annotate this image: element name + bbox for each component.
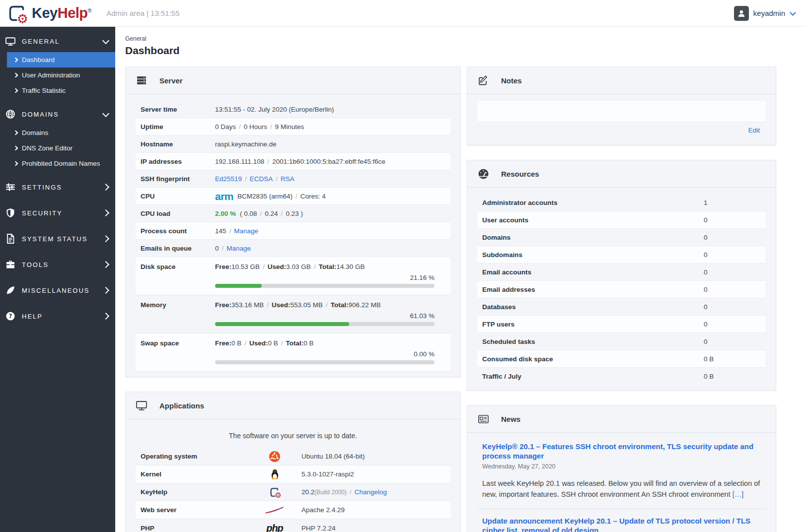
ed25519-link[interactable]: Ed25519 bbox=[215, 175, 242, 183]
sidebar-item-prohibited-domain-names[interactable]: Prohibited Domain Names bbox=[7, 156, 115, 171]
software-uptodate-status: The software on your server is up to dat… bbox=[136, 426, 450, 448]
news-title-link[interactable]: Update announcement KeyHelp 20.1 – Updat… bbox=[482, 517, 761, 532]
administrator-accounts-label: Administrator accounts bbox=[482, 199, 704, 206]
sidebar-section-help[interactable]: ?HELP bbox=[0, 305, 115, 327]
server-time-value-text: 13:51:55 - 02. July 2020 (Europe/Berlin) bbox=[215, 106, 334, 113]
resource-row-subdomains: Subdomains0 bbox=[477, 246, 766, 264]
ip-addresses-value-text: 192.168.111.108 bbox=[215, 158, 264, 165]
news-title-link[interactable]: KeyHelp® 20.1 – Features SSH chroot envi… bbox=[482, 442, 761, 461]
kernel-label: Kernel bbox=[141, 470, 260, 478]
value-separator: / bbox=[278, 339, 286, 347]
keyhelp-icon: ⚙ bbox=[260, 487, 290, 498]
disk-space-value-text: Total: bbox=[319, 263, 337, 270]
emails-in-queue-value-text: 0 bbox=[215, 245, 219, 252]
web-server-value-text: Apache 2.4.29 bbox=[301, 506, 345, 514]
disk-space-percent: 21.16 % bbox=[141, 272, 445, 284]
manage-link[interactable]: Manage bbox=[226, 245, 251, 252]
chevron-right-icon bbox=[102, 184, 109, 191]
sidebar-section-miscellaneous[interactable]: MISCELLANEOUS bbox=[0, 279, 115, 301]
swap-space-value-text: 0 B bbox=[231, 339, 241, 347]
ip-addresses-row: IP addresses192.168.111.108 / 2001:1b60:… bbox=[136, 153, 450, 170]
shield-icon bbox=[5, 208, 16, 218]
disk-space-value-text: Free: bbox=[215, 263, 231, 270]
value-separator: / bbox=[264, 158, 272, 165]
hostname-value-text: raspi.keymachine.de bbox=[215, 140, 277, 148]
ftp-users-value: 0 bbox=[704, 321, 761, 328]
sidebar-section-system-status[interactable]: SYSTEM STATUS bbox=[0, 228, 115, 250]
traffic-july-label: Traffic / July bbox=[482, 373, 704, 380]
disk-space-value-text: 10.53 GB bbox=[231, 263, 260, 270]
user-accounts-value: 0 bbox=[704, 216, 761, 224]
traffic-july-value: 0 B bbox=[704, 373, 761, 380]
breadcrumb: General bbox=[125, 35, 806, 42]
sidebar-section-settings[interactable]: SETTINGS bbox=[0, 176, 115, 198]
scheduled-tasks-value: 0 bbox=[704, 338, 761, 345]
domains-label: Domains bbox=[482, 234, 704, 241]
sidebar-item-dns-zone-editor[interactable]: DNS Zone Editor bbox=[7, 140, 115, 156]
value-separator: / bbox=[257, 210, 265, 217]
sidebar-item-label: DNS Zone Editor bbox=[22, 144, 73, 152]
memory-row: MemoryFree: 353.16 MB / Used: 553.05 MB … bbox=[136, 295, 450, 333]
cpu-value-text: BCM2835 (arm64) bbox=[237, 193, 293, 200]
memory-bar bbox=[215, 322, 435, 326]
sidebar-section-general[interactable]: GENERAL bbox=[0, 30, 115, 52]
emails-in-queue-row: Emails in queue0 / Manage bbox=[136, 240, 450, 257]
databases-label: Databases bbox=[482, 303, 704, 311]
swap-space-value-text: Free: bbox=[215, 339, 231, 347]
php-icon: php bbox=[260, 523, 290, 532]
keyhelp-logo[interactable]: ⚙ KeyHelp® bbox=[0, 3, 91, 23]
rsa-link[interactable]: RSA bbox=[281, 175, 294, 183]
sidebar-item-user-administration[interactable]: User Administration bbox=[7, 67, 115, 83]
disk-space-bar bbox=[215, 284, 435, 288]
keyhelp-row: KeyHelp⚙20.2 (Build 2000) / Changelog bbox=[136, 483, 450, 501]
sidebar-item-domains[interactable]: Domains bbox=[7, 125, 115, 140]
resource-row-domains: Domains0 bbox=[477, 229, 766, 246]
news-read-more-link[interactable]: […] bbox=[733, 490, 744, 498]
uptime-row: Uptime0 Days / 0 Hours / 9 Minutes bbox=[136, 118, 450, 135]
notes-edit-link[interactable]: Edit bbox=[748, 127, 760, 134]
uptime-value-text: 0 Hours bbox=[244, 123, 267, 131]
value-separator: / bbox=[264, 301, 272, 309]
ip-addresses-value-text: 2001:1b60:1000:5:ba27:ebff:fe45:f6ce bbox=[272, 158, 385, 165]
sidebar-section-tools[interactable]: TOOLS bbox=[0, 254, 115, 275]
server-panel-header: Server bbox=[126, 67, 460, 94]
swap-space-label: Swap space bbox=[141, 339, 215, 347]
sidebar-item-traffic-statistic[interactable]: Traffic Statistic bbox=[7, 83, 115, 98]
news-panel-header: News bbox=[467, 405, 776, 433]
news-item: Update announcement KeyHelp 20.1 – Updat… bbox=[477, 509, 766, 532]
operating-system-label: Operating system bbox=[141, 453, 260, 460]
ecdsa-link[interactable]: ECDSA bbox=[250, 175, 273, 183]
news-icon bbox=[477, 413, 489, 425]
notes-pencil-icon bbox=[477, 74, 489, 86]
chevron-right-icon bbox=[13, 161, 18, 166]
disk-space-row: Disk spaceFree: 10.53 GB / Used: 3.03 GB… bbox=[136, 257, 450, 295]
value-separator: / bbox=[267, 123, 275, 131]
sidebar-item-dashboard[interactable]: Dashboard bbox=[7, 52, 115, 67]
chevron-right-icon bbox=[13, 73, 18, 78]
manage-link[interactable]: Manage bbox=[234, 227, 258, 235]
sliders-icon bbox=[5, 182, 16, 192]
databases-value: 0 bbox=[704, 303, 761, 311]
chevron-right-icon bbox=[13, 58, 18, 63]
applications-panel: Applications The software on your server… bbox=[125, 392, 461, 532]
monitor-icon bbox=[136, 399, 147, 411]
value-separator: / bbox=[226, 227, 234, 235]
user-menu[interactable]: keyadmin bbox=[734, 6, 806, 21]
chevron-right-icon bbox=[102, 209, 109, 216]
value-separator: / bbox=[311, 263, 319, 270]
sidebar-section-label: TOOLS bbox=[22, 261, 49, 268]
sidebar-section-label: GENERAL bbox=[22, 38, 60, 45]
sidebar-section-domains[interactable]: DOMAINS bbox=[0, 103, 115, 125]
chevron-right-icon bbox=[13, 131, 18, 135]
disk-space-value-text: Used: bbox=[268, 263, 287, 270]
ubuntu-icon bbox=[260, 451, 290, 462]
sidebar-section-security[interactable]: SECURITY bbox=[0, 202, 115, 224]
value-separator: / bbox=[273, 175, 281, 183]
applications-panel-header: Applications bbox=[126, 392, 460, 419]
memory-value-text: Used: bbox=[272, 301, 291, 309]
changelog-link[interactable]: Changelog bbox=[355, 488, 387, 496]
keyhelp-label: KeyHelp bbox=[141, 488, 260, 496]
kernel-row: Kernel5.3.0-1027-raspi2 bbox=[136, 466, 450, 483]
notes-panel-title: Notes bbox=[501, 76, 522, 85]
applications-panel-title: Applications bbox=[159, 401, 204, 410]
